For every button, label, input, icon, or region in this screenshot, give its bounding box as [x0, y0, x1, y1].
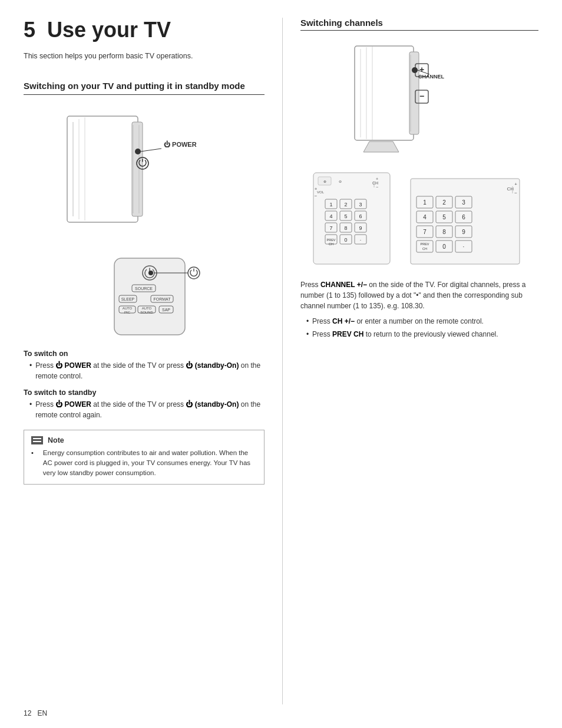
note-header: Note — [31, 436, 257, 444]
to-switch-standby-label: To switch to standby — [24, 388, 265, 397]
svg-rect-30 — [355, 46, 414, 140]
channel-desc: Press CHANNEL +/− on the side of the TV.… — [300, 279, 538, 311]
svg-text:⊖: ⊖ — [338, 180, 341, 183]
svg-text:1: 1 — [423, 199, 427, 206]
svg-text:PREV: PREV — [420, 242, 429, 246]
page-lang: EN — [37, 709, 47, 717]
svg-rect-34 — [409, 52, 419, 134]
tv-side-power-diagram: ⏻ POWER — [55, 104, 232, 246]
svg-text:CHANNEL: CHANNEL — [418, 74, 445, 80]
intro-text: This section helps you perform basic TV … — [24, 52, 265, 60]
svg-text:⊕: ⊕ — [323, 180, 326, 183]
svg-rect-0 — [67, 116, 138, 222]
svg-text:·: · — [360, 237, 362, 243]
switch-on-item-1: • Press ⏻ POWER at the side of the TV or… — [24, 360, 265, 381]
svg-text:−: − — [419, 91, 424, 101]
svg-text:4: 4 — [329, 213, 332, 219]
svg-text:·: · — [463, 243, 465, 250]
svg-text:4: 4 — [423, 214, 427, 220]
svg-text:+: + — [376, 177, 378, 181]
svg-text:5: 5 — [344, 213, 347, 219]
chapter-number: 5 — [24, 18, 35, 42]
svg-text:−: − — [376, 185, 378, 189]
tv-channel-side-diagram: + CHANNEL − — [346, 40, 493, 158]
svg-text:6: 6 — [359, 213, 362, 219]
svg-text:7: 7 — [423, 229, 427, 235]
svg-text:CH: CH — [422, 247, 427, 251]
svg-point-8 — [135, 149, 141, 154]
svg-rect-80 — [411, 179, 520, 264]
svg-text:1: 1 — [329, 202, 332, 207]
remote-diagram: SOURCE SLEEP FORMAT AUTO PIC AUTO SOUND … — [85, 255, 203, 338]
note-item-1: • Energy consumption contributes to air … — [31, 448, 257, 479]
svg-text:PIC: PIC — [124, 311, 131, 314]
note-icon — [31, 436, 43, 444]
svg-text:5: 5 — [442, 214, 446, 220]
svg-line-9 — [141, 149, 161, 151]
svg-text:SLEEP: SLEEP — [121, 297, 135, 301]
page-number: 12 — [24, 709, 31, 717]
svg-text:6: 6 — [462, 214, 465, 220]
chapter-title-text: Use your TV — [47, 18, 171, 42]
svg-text:2: 2 — [442, 199, 446, 206]
svg-text:+: + — [514, 182, 517, 187]
svg-text:7: 7 — [329, 225, 332, 231]
switch-on-instructions: To switch on • Press ⏻ POWER at the side… — [24, 350, 265, 381]
left-section-title: Switching on your TV and putting it in s… — [24, 80, 265, 95]
svg-text:3: 3 — [462, 199, 465, 206]
svg-marker-43 — [363, 141, 399, 152]
switch-standby-instructions: To switch to standby • Press ⏻ POWER at … — [24, 388, 265, 420]
svg-text:PREV: PREV — [326, 238, 335, 242]
svg-text:+: + — [315, 186, 318, 192]
right-section-title: Switching channels — [300, 18, 538, 31]
svg-text:SOURCE: SOURCE — [135, 286, 153, 291]
svg-text:CH: CH — [372, 181, 378, 185]
note-box: Note • Energy consumption contributes to… — [24, 430, 265, 485]
svg-text:−: − — [514, 190, 517, 196]
svg-text:2: 2 — [344, 202, 347, 207]
svg-text:8: 8 — [344, 225, 347, 231]
svg-text:+: + — [419, 65, 424, 74]
svg-text:VOL: VOL — [317, 190, 325, 194]
svg-text:FORMAT: FORMAT — [154, 297, 171, 301]
remote-numpad-diagram: ⊕ ⊖ CH + − VOL + − 1 2 3 — [308, 170, 531, 270]
svg-text:AUTO: AUTO — [142, 307, 152, 310]
channel-item-1: • Press CH +/− or enter a number on the … — [300, 316, 538, 327]
svg-text:0: 0 — [442, 243, 446, 250]
svg-text:9: 9 — [462, 229, 465, 235]
svg-text:SAP: SAP — [162, 308, 170, 312]
svg-text:9: 9 — [359, 225, 362, 231]
svg-text:−: − — [315, 193, 318, 199]
switch-standby-item-1: • Press ⏻ POWER at the side of the TV or… — [24, 399, 265, 420]
svg-text:AUTO: AUTO — [123, 307, 133, 310]
svg-text:⏻ POWER: ⏻ POWER — [164, 140, 197, 148]
channel-item-2: • Press PREV CH to return to the previou… — [300, 329, 538, 340]
svg-text:3: 3 — [359, 202, 362, 207]
to-switch-on-label: To switch on — [24, 350, 265, 358]
page-footer: 12 EN — [24, 709, 47, 717]
note-label: Note — [48, 436, 64, 444]
svg-text:0: 0 — [344, 237, 347, 243]
svg-point-28 — [148, 271, 153, 275]
right-column: Switching channels + CHANNEL − — [283, 18, 538, 704]
chapter-title: 5 Use your TV — [24, 18, 265, 42]
svg-text:CH: CH — [329, 242, 333, 246]
svg-text:8: 8 — [442, 229, 446, 235]
left-column: 5 Use your TV This section helps you per… — [24, 18, 283, 704]
svg-point-41 — [412, 67, 418, 73]
svg-text:SOUND: SOUND — [141, 311, 154, 314]
svg-text:CH: CH — [507, 186, 514, 192]
